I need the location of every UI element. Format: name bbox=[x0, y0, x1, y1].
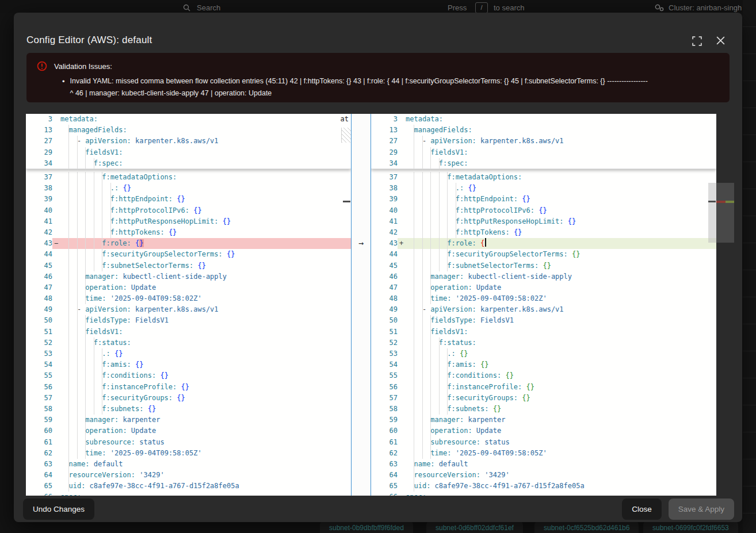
code-line[interactable]: 52 f:status: bbox=[26, 338, 351, 348]
line-number: 42 bbox=[26, 227, 52, 238]
code-line[interactable]: 3metadata: bbox=[26, 114, 351, 125]
code-line[interactable]: 41 f:httpPutResponseHopLimit: {} bbox=[371, 216, 716, 227]
code-line[interactable]: 64 resourceVersion: '3429' bbox=[26, 470, 351, 481]
code-line[interactable]: 61 subresource: status bbox=[26, 437, 351, 448]
cluster-chooser[interactable]: Cluster: anirban-singh bbox=[669, 3, 742, 12]
diff-sash[interactable] bbox=[351, 114, 371, 496]
code-line[interactable]: 43− f:role: {} bbox=[26, 238, 351, 249]
code-line[interactable]: 42 f:httpTokens: {} bbox=[371, 227, 716, 238]
code-line[interactable]: 65 uid: c8afe97e-38cc-4f91-a767-d15f2a8f… bbox=[26, 481, 351, 492]
code-line[interactable]: 65 uid: c8afe97e-38cc-4f91-a767-d15f2a8f… bbox=[371, 481, 716, 492]
code-line[interactable]: 54 f:amis: {} bbox=[371, 359, 716, 370]
code-text: f:metadataOptions: bbox=[60, 172, 177, 183]
code-line[interactable]: 45 f:subnetSelectorTerms: {} bbox=[26, 260, 351, 271]
code-line[interactable]: 49 - apiVersion: karpenter.k8s.aws/v1 bbox=[371, 304, 716, 315]
code-line[interactable]: 55 f:conditions: {} bbox=[371, 370, 716, 381]
code-line[interactable]: 37 f:metadataOptions: bbox=[26, 172, 351, 183]
code-line[interactable]: 44 f:securityGroupSelectorTerms: {} bbox=[26, 249, 351, 260]
code-line[interactable]: 34 f:spec: bbox=[371, 158, 716, 169]
code-line[interactable]: 40 f:httpProtocolIPv6: {} bbox=[371, 205, 716, 216]
code-line[interactable]: 50 fieldsType: FieldsV1 bbox=[371, 315, 716, 326]
code-line[interactable]: 45 f:subnetSelectorTerms: {} bbox=[371, 260, 716, 271]
line-number: 40 bbox=[26, 205, 52, 216]
code-line[interactable]: 43+ f:role: { bbox=[371, 238, 716, 249]
code-line[interactable]: 38 .: {} bbox=[26, 183, 351, 194]
code-text: metadata: bbox=[60, 114, 98, 125]
code-line[interactable]: 27 - apiVersion: karpenter.k8s.aws/v1 bbox=[26, 136, 351, 147]
code-line[interactable]: 3metadata: bbox=[371, 114, 716, 125]
code-line[interactable]: 49 - apiVersion: karpenter.k8s.aws/v1 bbox=[26, 304, 351, 315]
code-line[interactable]: 46 manager: kubectl-client-side-apply bbox=[371, 271, 716, 282]
code-line[interactable]: 46 manager: kubectl-client-side-apply bbox=[26, 271, 351, 282]
code-line[interactable]: 66spec: bbox=[26, 492, 351, 496]
code-line[interactable]: 62 time: '2025-09-04T09:58:05Z' bbox=[371, 448, 716, 459]
code-line[interactable]: 61 subresource: status bbox=[371, 437, 716, 448]
fullscreen-button[interactable] bbox=[692, 36, 707, 49]
search-input[interactable]: Search bbox=[197, 3, 220, 12]
code-line[interactable]: 50 fieldsType: FieldsV1 bbox=[26, 315, 351, 326]
code-line[interactable]: 62 time: '2025-09-04T09:58:05Z' bbox=[26, 448, 351, 459]
code-line[interactable]: 34 f:spec: bbox=[26, 158, 351, 169]
code-line[interactable]: 59 manager: karpenter bbox=[371, 415, 716, 425]
close-button[interactable] bbox=[716, 36, 731, 49]
diff-pane-original[interactable]: 37 f:metadataOptions:38 .: {}39 f:httpEn… bbox=[26, 114, 351, 496]
code-text: resourceVersion: '3429' bbox=[60, 470, 165, 481]
code-line[interactable]: 60 operation: Update bbox=[371, 425, 716, 436]
code-line[interactable]: 40 f:httpProtocolIPv6: {} bbox=[26, 205, 351, 216]
code-line[interactable]: 56 f:instanceProfile: {} bbox=[371, 382, 716, 393]
subnet-chip[interactable]: subnet-0d6bff02ddfcf61ef bbox=[426, 520, 523, 533]
code-line[interactable]: 39 f:httpEndpoint: {} bbox=[26, 194, 351, 205]
code-line[interactable]: 13 managedFields: bbox=[371, 125, 716, 136]
undo-changes-button[interactable]: Undo Changes bbox=[23, 499, 94, 520]
code-line[interactable]: 63 name: default bbox=[371, 459, 716, 470]
code-line[interactable]: 59 manager: karpenter bbox=[26, 415, 351, 425]
code-line[interactable]: 48 time: '2025-09-04T09:58:02Z' bbox=[26, 293, 351, 304]
code-line[interactable]: 53 .: {} bbox=[26, 348, 351, 359]
subnet-chip[interactable]: subnet-0699fc0f2fdf6653 bbox=[643, 520, 738, 533]
code-text: f:role: { bbox=[406, 238, 486, 249]
code-line[interactable]: 60 operation: Update bbox=[26, 425, 351, 436]
screen: Search Press / to search Cluster: anirba… bbox=[0, 0, 756, 533]
subnet-chip[interactable]: subnet-0cf6525bd62d461b6 bbox=[534, 520, 639, 533]
line-number: 55 bbox=[371, 370, 398, 381]
code-line[interactable]: 58 f:subnets: {} bbox=[371, 404, 716, 415]
code-line[interactable]: 53 .: {} bbox=[371, 348, 716, 359]
save-apply-button[interactable]: Save & Apply bbox=[669, 499, 734, 520]
code-line[interactable]: 64 resourceVersion: '3429' bbox=[371, 470, 716, 481]
code-line[interactable]: 54 f:amis: {} bbox=[26, 359, 351, 370]
line-number: 3 bbox=[371, 114, 398, 125]
close-modal-button[interactable]: Close bbox=[622, 499, 662, 520]
code-line[interactable]: 42 f:httpTokens: {} bbox=[26, 227, 351, 238]
code-line[interactable]: 48 time: '2025-09-04T09:58:02Z' bbox=[371, 293, 716, 304]
code-line[interactable]: 47 operation: Update bbox=[26, 282, 351, 293]
subnet-chip[interactable]: subnet-0b9dbfbff9f6fded bbox=[320, 520, 413, 533]
code-line[interactable]: 38 .: {} bbox=[371, 183, 716, 194]
code-line[interactable]: 44 f:securityGroupSelectorTerms: {} bbox=[371, 249, 716, 260]
code-line[interactable]: 27 - apiVersion: karpenter.k8s.aws/v1 bbox=[371, 136, 716, 147]
code-line[interactable]: 55 f:conditions: {} bbox=[26, 370, 351, 381]
code-line[interactable]: 57 f:securityGroups: {} bbox=[371, 393, 716, 404]
code-line[interactable]: 13 managedFields: bbox=[26, 125, 351, 136]
vertical-scrollbar-slider[interactable] bbox=[708, 183, 716, 243]
code-line[interactable]: 51 fieldsV1: bbox=[371, 327, 716, 338]
line-number: 50 bbox=[26, 315, 52, 326]
code-line[interactable]: 41 f:httpPutResponseHopLimit: {} bbox=[26, 216, 351, 227]
diff-overview-ruler[interactable] bbox=[716, 114, 734, 496]
code-line[interactable]: 39 f:httpEndpoint: {} bbox=[371, 194, 716, 205]
code-line[interactable]: 29 fieldsV1: bbox=[26, 147, 351, 158]
modified-code-area[interactable]: 37 f:metadataOptions:38 .: {}39 f:httpEn… bbox=[371, 172, 716, 496]
code-line[interactable]: 29 fieldsV1: bbox=[371, 147, 716, 158]
code-line[interactable]: 58 f:subnets: {} bbox=[26, 404, 351, 415]
code-line[interactable]: 51 fieldsV1: bbox=[26, 327, 351, 338]
code-line[interactable]: 56 f:instanceProfile: {} bbox=[26, 382, 351, 393]
code-text: - apiVersion: karpenter.k8s.aws/v1 bbox=[60, 136, 219, 147]
code-line[interactable]: 63 name: default bbox=[26, 459, 351, 470]
original-code-area[interactable]: 37 f:metadataOptions:38 .: {}39 f:httpEn… bbox=[26, 172, 351, 496]
code-line[interactable]: 37 f:metadataOptions: bbox=[371, 172, 716, 183]
code-line[interactable]: 57 f:securityGroups: {} bbox=[26, 393, 351, 404]
code-line[interactable]: 47 operation: Update bbox=[371, 282, 716, 293]
code-line[interactable]: 66spec: bbox=[371, 492, 716, 496]
revert-diff-arrow[interactable]: → bbox=[351, 238, 371, 250]
diff-pane-modified[interactable]: 37 f:metadataOptions:38 .: {}39 f:httpEn… bbox=[371, 114, 716, 496]
code-line[interactable]: 52 f:status: bbox=[371, 338, 716, 348]
